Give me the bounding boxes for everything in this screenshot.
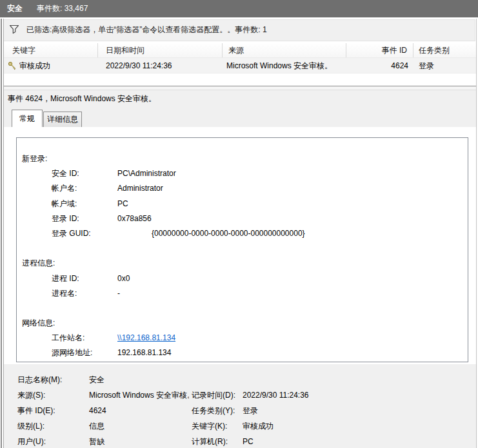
property-value: 审核成功 (243, 418, 417, 434)
field-label: 源网络地址: (52, 346, 92, 360)
property-value: 信息 (89, 418, 189, 434)
description-line: 帐户域: PC (17, 197, 468, 211)
funnel-icon (9, 24, 19, 34)
event-description-lines: 新登录: 安全 ID: PC\Administrator 帐户名: Admini… (17, 151, 468, 361)
property-label: 任务类别(Y): (192, 403, 235, 418)
description-line: 安全 ID: PC\Administrator (17, 166, 468, 181)
field-value: 0x0 (117, 271, 130, 286)
property-value: PC (243, 434, 417, 448)
property-label: 关键字(K): (192, 418, 227, 434)
property-label: 计算机(R): (192, 434, 228, 448)
field-value: 0x78a856 (117, 211, 152, 226)
log-title-bar: 安全 事件数: 33,467 (0, 0, 478, 17)
event-properties-panel: 日志名称(M): 安全 来源(S): Microsoft Windows 安全审… (3, 364, 477, 448)
property-label: 日志名称(M): (17, 372, 62, 387)
description-line: 登录 GUID: {00000000-0000-0000-0000-000000… (17, 226, 468, 241)
field-value: {00000000-0000-0000-0000-000000000000} (152, 226, 305, 241)
panel-left-border (1, 19, 4, 448)
event-row[interactable]: 审核成功 2022/9/30 11:24:36 Microsoft Window… (3, 58, 477, 73)
property-value: 暂缺 (89, 434, 189, 448)
property-label: 事件 ID(E): (17, 403, 55, 418)
property-label: 来源(S): (17, 387, 45, 403)
tab-details[interactable]: 详细信息 (43, 112, 82, 127)
description-line: 新登录: (17, 151, 468, 166)
field-value: 192.168.81.134 (117, 346, 171, 360)
property-label: 用户(U): (17, 434, 46, 448)
property-label: 级别(L): (17, 418, 45, 434)
section-label: 进程信息: (22, 256, 55, 271)
description-line: 源网络地址: 192.168.81.134 (17, 346, 468, 360)
row-keyword: 审核成功 (19, 58, 97, 73)
row-datetime: 2022/9/30 11:24:36 (106, 58, 222, 73)
event-list-header: 关键字 日期和时间 来源 事件 ID 任务类别 (3, 43, 477, 58)
key-icon (8, 61, 17, 70)
property-value: 2022/9/30 11:24:36 (243, 387, 417, 403)
field-label: 工作站名: (52, 331, 85, 346)
property-value: 登录 (243, 403, 417, 418)
field-label: 帐户域: (52, 197, 77, 211)
description-blank-line (17, 301, 468, 316)
description-line: 进程名: - (17, 286, 468, 301)
general-tab-page: 新登录: 安全 ID: PC\Administrator 帐户名: Admini… (3, 127, 477, 364)
description-line: 登录 ID: 0x78a856 (17, 211, 468, 226)
field-label: 帐户名: (52, 181, 77, 196)
field-value: - (117, 286, 120, 301)
field-label: 安全 ID: (52, 166, 79, 181)
field-label: 进程名: (52, 286, 77, 301)
section-label: 新登录: (22, 151, 47, 166)
field-label: 进程 ID: (52, 271, 79, 286)
workstation-link[interactable]: \\192.168.81.134 (117, 331, 175, 346)
field-label: 登录 ID: (52, 211, 79, 226)
pane-splitter[interactable] (3, 86, 477, 90)
description-blank-line (17, 241, 468, 256)
column-header-source[interactable]: 来源 (223, 43, 346, 57)
preview-title: 事件 4624，Microsoft Windows 安全审核。 (3, 90, 477, 107)
column-header-event-id[interactable]: 事件 ID (347, 43, 413, 57)
property-value: 安全 (89, 372, 189, 387)
description-line: 进程信息: (17, 256, 468, 271)
description-line: 工作站名: \\192.168.81.134 (17, 331, 468, 346)
column-header-keyword[interactable]: 关键字 (3, 43, 98, 57)
field-value: PC\Administrator (117, 166, 176, 181)
row-task-category: 登录 (419, 58, 477, 73)
preview-tabstrip: 常规 详细信息 (3, 107, 477, 127)
log-name: 安全 (7, 3, 23, 14)
event-count: 事件数: 33,467 (37, 3, 88, 14)
column-header-datetime[interactable]: 日期和时间 (99, 43, 223, 57)
description-line: 进程 ID: 0x0 (17, 271, 468, 286)
row-event-id: 4624 (347, 58, 408, 73)
property-value: 4624 (89, 403, 189, 418)
field-value: PC (117, 197, 128, 211)
filter-notification-bar: 已筛选:高级筛选器，单击“筛选器”命令以查看筛选器配置。。事件数: 1 (3, 19, 475, 41)
field-value: Administrator (117, 181, 163, 196)
column-header-task-category[interactable]: 任务类别 (414, 43, 477, 57)
tab-general[interactable]: 常规 (12, 110, 43, 127)
property-label: 记录时间(D): (192, 387, 235, 403)
row-source: Microsoft Windows 安全审核。 (226, 58, 346, 73)
property-value: Microsoft Windows 安全审核。 (89, 387, 189, 403)
filter-message: 已筛选:高级筛选器，单击“筛选器”命令以查看筛选器配置。。事件数: 1 (26, 24, 267, 35)
section-label: 网络信息: (22, 316, 55, 331)
field-label: 登录 GUID: (52, 226, 91, 241)
event-description-box: 新登录: 安全 ID: PC\Administrator 帐户名: Admini… (16, 137, 468, 362)
description-line: 网络信息: (17, 316, 468, 331)
description-line: 帐户名: Administrator (17, 181, 468, 196)
